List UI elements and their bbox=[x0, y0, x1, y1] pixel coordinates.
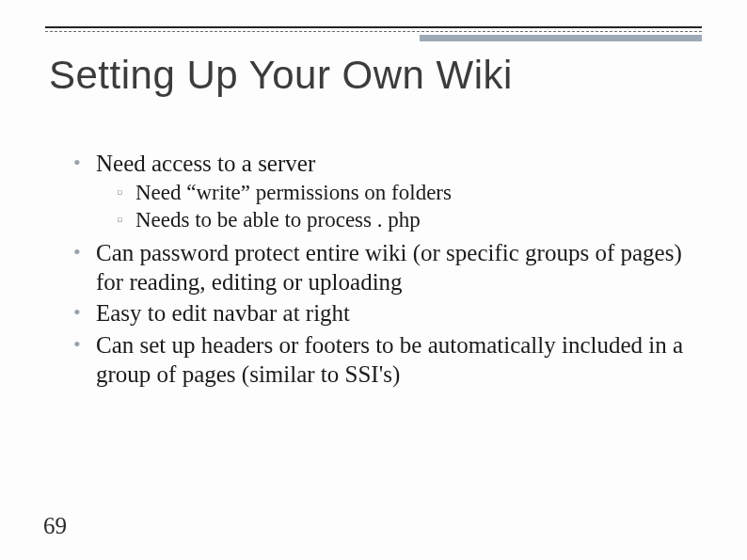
divider-line-solid bbox=[45, 26, 702, 28]
bullet-item: Need access to a server Need “write” per… bbox=[73, 149, 691, 234]
bullet-item: Can password protect entire wiki (or spe… bbox=[73, 238, 691, 297]
bullet-text: Need access to a server bbox=[96, 151, 315, 176]
bullet-item: Easy to edit navbar at right bbox=[73, 298, 691, 328]
page-number: 69 bbox=[43, 513, 67, 539]
slide: Setting Up Your Own Wiki Need access to … bbox=[0, 0, 747, 560]
sub-bullet-text: Need “write” permissions on folders bbox=[135, 181, 452, 204]
bullet-text: Can set up headers or footers to be auto… bbox=[96, 332, 683, 387]
bullet-text: Easy to edit navbar at right bbox=[96, 300, 350, 326]
sub-bullet-item: Needs to be able to process . php bbox=[117, 207, 691, 234]
sub-bullet-item: Need “write” permissions on folders bbox=[117, 180, 691, 207]
sub-bullet-list: Need “write” permissions on folders Need… bbox=[96, 180, 691, 234]
slide-body: Need access to a server Need “write” per… bbox=[73, 149, 691, 391]
bullet-item: Can set up headers or footers to be auto… bbox=[73, 330, 691, 390]
bullet-text: Can password protect entire wiki (or spe… bbox=[96, 240, 682, 295]
sub-bullet-text: Needs to be able to process . php bbox=[135, 208, 421, 232]
bullet-list: Need access to a server Need “write” per… bbox=[73, 149, 691, 389]
title-divider bbox=[45, 26, 702, 41]
divider-line-dashed bbox=[45, 31, 702, 32]
slide-title: Setting Up Your Own Wiki bbox=[49, 53, 513, 98]
divider-accent-bar bbox=[420, 35, 702, 41]
